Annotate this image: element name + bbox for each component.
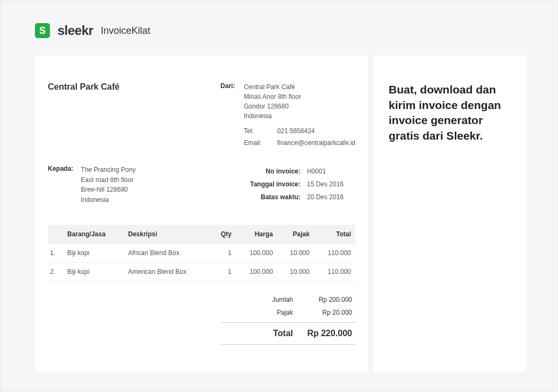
cell-tax: 10.000 xyxy=(277,244,314,263)
tel-label: Tel: xyxy=(244,126,265,136)
subtotal-label: Jumlah xyxy=(272,296,293,303)
invoice-card: Central Park Café Dari: Central Park Caf… xyxy=(35,55,368,372)
meta-due-label: Batas waktu: xyxy=(247,191,301,204)
product-light: Kilat xyxy=(131,25,150,36)
subtotal-value: Rp 200.000 xyxy=(304,296,352,303)
to-name: The Prancing Pony xyxy=(81,165,135,175)
cell-desc: African Blend Box xyxy=(124,244,211,263)
col-desc: Deskripsi xyxy=(124,225,211,244)
to-line1: East road 8th floor xyxy=(81,175,135,185)
meta-no-label: No invoice: xyxy=(247,165,301,178)
to-line2: Bree-hill 128680 xyxy=(81,185,135,195)
from-tel-row: Tel: 021 5658424 xyxy=(244,126,355,136)
cell-price: 100.000 xyxy=(236,263,277,281)
meta-no-value: H0001 xyxy=(307,165,355,178)
cell-price: 100.000 xyxy=(236,244,277,263)
page-container: S sleekr InvoiceKilat Central Park Café … xyxy=(0,0,558,392)
aside-card: Buat, download dan kirim invoice dengan … xyxy=(374,55,526,372)
invoice-top: Central Park Café Dari: Central Park Caf… xyxy=(48,82,355,148)
content-row: Central Park Café Dari: Central Park Caf… xyxy=(13,55,545,372)
totals-divider-bottom xyxy=(221,344,355,345)
email-label: Email: xyxy=(244,138,265,148)
subtotal-row: Jumlah Rp 200.000 xyxy=(221,293,355,306)
tel-value: 021 5658424 xyxy=(277,126,314,136)
col-total: Total xyxy=(314,225,355,244)
to-block: Kepada: The Prancing Pony East road 8th … xyxy=(48,165,135,205)
grand-value: Rp 220.000 xyxy=(304,329,352,338)
cell-idx: 1. xyxy=(48,244,63,263)
meta-date-value: 15 Des 2016 xyxy=(307,178,355,191)
brand-name: sleekr xyxy=(58,23,93,38)
col-qty: Qty xyxy=(211,225,236,244)
cell-total: 110.000 xyxy=(314,244,355,263)
from-name: Central Park Café xyxy=(244,82,355,92)
col-item: Barang/Jasa xyxy=(63,225,124,244)
totals-divider xyxy=(221,322,355,323)
from-block: Dari: Central Park Café Minas Anor 8th f… xyxy=(213,82,355,148)
items-header-row: Barang/Jasa Deskripsi Qty Harga Pajak To… xyxy=(48,225,355,244)
col-idx xyxy=(48,225,63,244)
table-row: 1. Biji kopi African Blend Box 1 100.000… xyxy=(48,244,355,263)
cell-item: Biji kopi xyxy=(63,244,124,263)
from-email-row: Email: finance@centralparkcafe.id xyxy=(244,138,355,148)
product-name: InvoiceKilat xyxy=(101,25,150,37)
tax-label: Pajak xyxy=(277,309,293,316)
aside-title: Buat, download dan kirim invoice dengan … xyxy=(389,82,511,143)
cell-qty: 1 xyxy=(211,263,236,281)
cell-idx: 2. xyxy=(48,263,63,281)
cell-item: Biji kopi xyxy=(63,263,124,281)
meta-block: No invoice: H0001 Tanggal invoice: 15 De… xyxy=(247,165,355,205)
to-label: Kepada: xyxy=(48,165,73,205)
company-name: Central Park Café xyxy=(48,82,119,148)
cell-desc: American Blend Box xyxy=(124,263,211,281)
from-line2: Gondor 128680 xyxy=(244,101,355,111)
table-row: 2. Biji kopi American Blend Box 1 100.00… xyxy=(48,263,355,281)
email-value: finance@centralparkcafe.id xyxy=(277,138,355,148)
brand-header: S sleekr InvoiceKilat xyxy=(35,23,545,38)
items-table: Barang/Jasa Deskripsi Qty Harga Pajak To… xyxy=(48,225,355,281)
logo-badge: S xyxy=(35,23,50,38)
cell-total: 110.000 xyxy=(314,263,355,281)
col-price: Harga xyxy=(236,225,277,244)
invoice-mid: Kepada: The Prancing Pony East road 8th … xyxy=(48,165,355,205)
grand-row: Total Rp 220.000 xyxy=(221,326,355,341)
product-bold: Invoice xyxy=(101,25,131,36)
meta-due: Batas waktu: 20 Des 2016 xyxy=(247,191,355,204)
from-line1: Minas Anor 8th floor xyxy=(244,92,355,101)
tax-value: Rp 20.000 xyxy=(304,309,352,316)
meta-date: Tanggal invoice: 15 Des 2016 xyxy=(247,178,355,191)
tax-row: Pajak Rp 20.000 xyxy=(221,306,355,319)
grand-label: Total xyxy=(273,329,293,338)
from-lines: Central Park Café Minas Anor 8th floor G… xyxy=(244,82,355,148)
from-country: Indonesia xyxy=(244,111,355,121)
cell-qty: 1 xyxy=(211,244,236,263)
meta-date-label: Tanggal invoice: xyxy=(247,178,301,191)
from-label: Dari: xyxy=(213,82,235,148)
to-lines: The Prancing Pony East road 8th floor Br… xyxy=(81,165,135,205)
to-country: Indonesia xyxy=(81,195,135,205)
meta-no: No invoice: H0001 xyxy=(247,165,355,178)
cell-tax: 10.000 xyxy=(277,263,314,281)
totals-block: Jumlah Rp 200.000 Pajak Rp 20.000 Total … xyxy=(221,293,355,345)
meta-due-value: 20 Des 2016 xyxy=(307,191,355,204)
col-tax: Pajak xyxy=(277,225,314,244)
